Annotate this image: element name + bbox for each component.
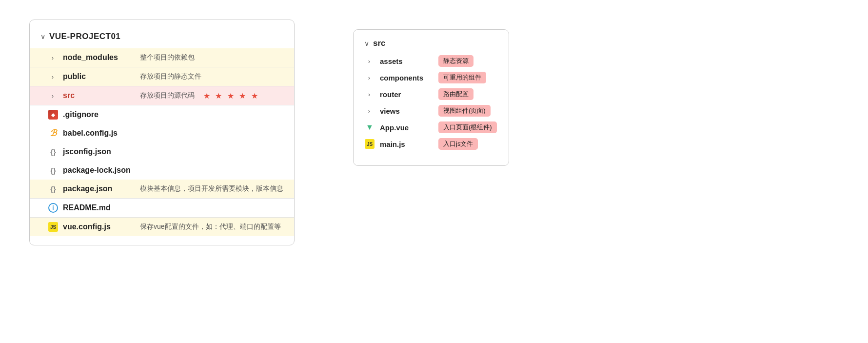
filename: babel.config.js [63,129,131,138]
src-title-row: ∨ src [364,39,498,48]
filename: main.js [380,140,434,148]
tag-main-js: 入口js文件 [438,138,478,150]
list-item[interactable]: › src 存放项目的源代码 ★ ★ ★ ★ ★ [30,86,294,105]
list-item[interactable]: › router 路由配置 [364,88,498,100]
info-icon: i [48,203,58,213]
json-icon: {} [48,165,58,175]
list-item[interactable]: › views 视图组件(页面) [364,105,498,117]
right-panel: ∨ src › assets 静态资源 › components 可重用的组件 … [353,29,509,166]
list-item[interactable]: › assets 静态资源 [364,55,498,67]
folder-icon: › [364,58,375,65]
babel-icon: ℬ [48,128,58,138]
list-item[interactable]: JS main.js 入口js文件 [364,138,498,150]
filename: package.json [63,184,131,193]
src-title: src [373,39,386,48]
tag-router: 路由配置 [438,88,473,100]
filename: package-lock.json [63,166,131,175]
project-title: VUE-PROJECT01 [49,32,120,41]
filename: components [380,74,434,82]
left-panel: ∨ VUE-PROJECT01 › node_modules 整个项目的依赖包 … [29,20,295,245]
filename: node_modules [63,53,131,62]
tag-assets: 静态资源 [438,55,473,67]
project-title-row: ∨ VUE-PROJECT01 [30,29,294,48]
tag-components: 可重用的组件 [438,72,486,83]
folder-icon: › [48,72,58,81]
list-item[interactable]: JS vue.config.js 保存vue配置的文件，如：代理、端口的配置等 [30,218,294,236]
json-icon: {} [48,184,58,194]
list-item[interactable]: › components 可重用的组件 [364,72,498,83]
list-item[interactable]: {} jsconfig.json [30,142,294,161]
tag-app-vue: 入口页面(根组件) [438,121,497,133]
folder-icon: › [364,107,375,115]
description: 模块基本信息，项目开发所需要模块，版本信息 [140,184,283,193]
list-item[interactable]: › public 存放项目的静态文件 [30,67,294,86]
vue-icon: ▼ [364,123,375,132]
description: 存放项目的源代码 [140,91,195,100]
description: 整个项目的依赖包 [140,53,195,62]
description: 存放项目的静态文件 [140,72,201,81]
filename: assets [380,57,434,65]
js-icon: JS [48,222,58,232]
list-item[interactable]: {} package-lock.json [30,161,294,180]
list-item[interactable]: {} package.json 模块基本信息，项目开发所需要模块，版本信息 [30,180,294,198]
folder-icon: › [48,91,58,101]
filename: jsconfig.json [63,147,131,156]
chevron-down-icon: ∨ [364,40,369,47]
filename: src [63,91,131,100]
filename: vue.config.js [63,222,131,231]
json-icon: {} [48,147,58,157]
chevron-down-icon: ∨ [40,33,45,40]
folder-icon: › [48,53,58,62]
filename: router [380,90,434,99]
js-icon: JS [364,139,375,149]
git-icon: ◆ [48,110,58,120]
folder-icon: › [364,74,375,81]
description: 保存vue配置的文件，如：代理、端口的配置等 [140,222,281,231]
stars: ★ ★ ★ ★ ★ [203,91,259,101]
filename: App.vue [380,123,434,132]
list-item[interactable]: › node_modules 整个项目的依赖包 [30,48,294,67]
filename: views [380,107,434,115]
filename: public [63,72,131,81]
list-item[interactable]: ◆ .gitignore [30,105,294,124]
tag-views: 视图组件(页面) [438,105,491,117]
list-item[interactable]: ▼ App.vue 入口页面(根组件) [364,121,498,133]
filename: README.md [63,203,131,212]
list-item[interactable]: i README.md [30,199,294,217]
filename: .gitignore [63,110,131,119]
folder-icon: › [364,91,375,98]
list-item[interactable]: ℬ babel.config.js [30,124,294,142]
